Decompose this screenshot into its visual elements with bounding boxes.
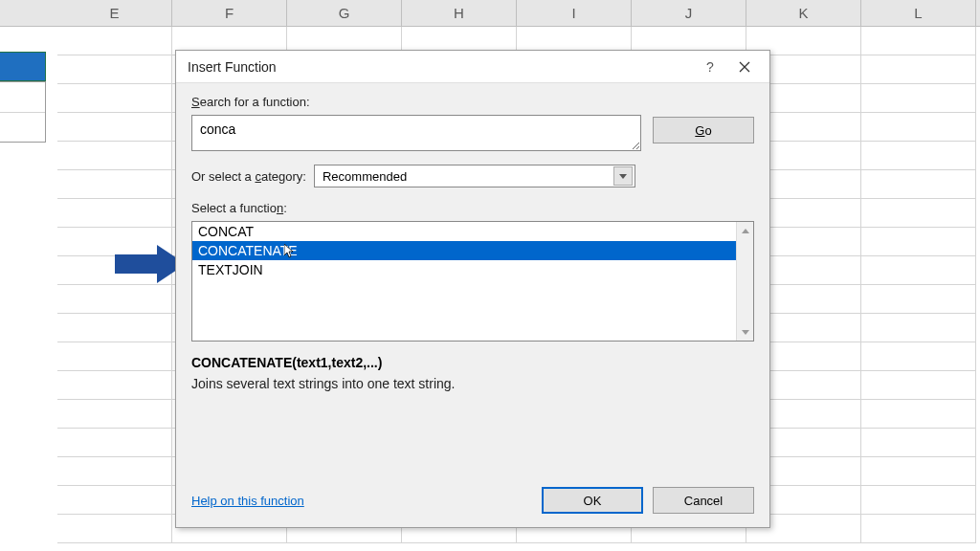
chevron-down-icon (613, 166, 633, 186)
function-list-item[interactable]: CONCAT (192, 222, 736, 241)
cancel-button[interactable]: Cancel (653, 487, 754, 514)
column-header[interactable]: E (57, 0, 172, 26)
dialog-title: Insert Function (188, 59, 693, 75)
help-button[interactable]: ? (693, 55, 727, 79)
selected-cell-fragment (0, 52, 46, 82)
cell-outline-fragment (0, 81, 46, 143)
column-header[interactable]: J (632, 0, 746, 26)
close-icon (739, 61, 750, 73)
function-syntax: CONCATENATE(text1,text2,...) (191, 355, 754, 370)
help-link[interactable]: Help on this function (191, 494, 532, 508)
function-listbox[interactable]: CONCAT CONCATENATE TEXTJOIN (191, 221, 754, 342)
column-header[interactable]: H (402, 0, 517, 26)
listbox-scrollbar[interactable] (736, 222, 753, 341)
column-header[interactable]: K (746, 0, 861, 26)
scroll-up-icon[interactable] (737, 222, 753, 239)
insert-function-dialog: Insert Function ? Search for a function:… (175, 50, 770, 528)
search-input[interactable] (191, 115, 641, 151)
function-description: Joins several text strings into one text… (191, 376, 754, 391)
category-label: Or select a category: (191, 169, 306, 184)
column-header[interactable]: G (287, 0, 402, 26)
category-select[interactable]: Recommended (314, 165, 635, 187)
function-list-item[interactable]: TEXTJOIN (192, 260, 736, 279)
close-button[interactable] (727, 55, 762, 79)
function-list-item[interactable]: CONCATENATE (192, 241, 736, 260)
scroll-down-icon[interactable] (737, 323, 753, 341)
column-header[interactable]: L (861, 0, 976, 26)
go-button[interactable]: Go (653, 117, 754, 143)
column-header[interactable]: I (517, 0, 632, 26)
search-label: Search for a function: (191, 95, 754, 109)
select-function-label: Select a function: (191, 201, 754, 215)
column-header-row: E F G H I J K L (0, 0, 980, 27)
ok-button[interactable]: OK (542, 487, 643, 514)
column-header[interactable]: F (172, 0, 287, 26)
category-value: Recommended (323, 169, 407, 184)
dialog-titlebar[interactable]: Insert Function ? (176, 51, 769, 83)
